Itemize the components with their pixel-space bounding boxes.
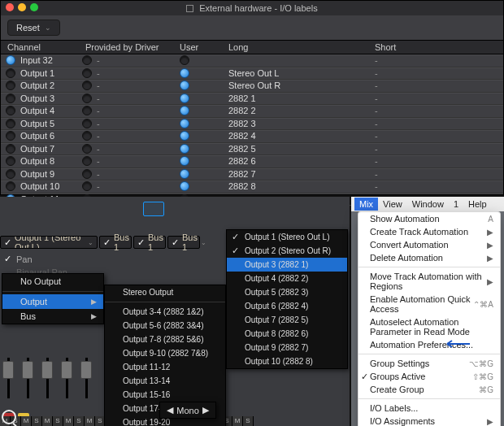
menu-item[interactable]: Move Track Automation with Regions▶ xyxy=(358,270,500,293)
reset-dropdown[interactable]: Reset ⌄ xyxy=(7,20,60,36)
table-row[interactable]: Output 8-2882 6- xyxy=(1,155,503,168)
pan-toggle[interactable]: ✓Pan xyxy=(3,254,67,264)
menubar-item[interactable]: Mix xyxy=(354,198,378,211)
output-slot[interactable]: ✓Bus 1⌄ xyxy=(99,236,132,249)
radio-channel[interactable] xyxy=(6,119,15,128)
radio-user[interactable] xyxy=(180,181,189,191)
magnify-icon[interactable] xyxy=(2,410,16,424)
radio-channel[interactable] xyxy=(6,144,15,154)
radio-driver[interactable] xyxy=(82,55,92,65)
menu-item[interactable]: Enable Automation Quick Access⌃⌘A xyxy=(358,293,500,315)
menu-item[interactable]: ✓Output 1 (Stereo Out L) xyxy=(227,230,347,244)
radio-channel[interactable] xyxy=(6,80,15,90)
menu-item[interactable]: ✓Output 2 (Stereo Out R) xyxy=(227,244,347,258)
close-icon[interactable] xyxy=(6,3,14,11)
radio-driver[interactable] xyxy=(82,80,92,90)
mute-solo-pair[interactable]: MS xyxy=(63,416,85,426)
menu-item[interactable]: Output 3-4 (2882 1&2) xyxy=(105,305,225,319)
radio-channel[interactable] xyxy=(6,68,15,78)
menu-item[interactable]: Delete Automation▶ xyxy=(358,251,500,264)
channel-fader[interactable] xyxy=(0,354,16,411)
menu-item[interactable]: Output 8 (2882 6) xyxy=(227,327,347,341)
table-row[interactable]: Input 32-- xyxy=(1,54,503,67)
menu-item[interactable]: Output 5-6 (2882 3&4) xyxy=(105,319,225,333)
menu-item[interactable]: Output 7-8 (2882 5&6) xyxy=(105,333,225,346)
menu-item[interactable]: Output 4 (2882 2) xyxy=(227,272,347,285)
menu-item[interactable]: I/O Labels... xyxy=(358,402,500,415)
radio-user[interactable] xyxy=(180,93,189,103)
radio-driver[interactable] xyxy=(82,93,92,103)
menu-output[interactable]: Output▶ xyxy=(2,294,103,309)
menu-bus[interactable]: Bus▶ xyxy=(2,309,103,324)
radio-channel[interactable] xyxy=(6,181,15,191)
menu-item[interactable]: Stereo Output xyxy=(105,285,225,299)
menu-no-output[interactable]: No Output xyxy=(2,274,103,289)
menu-item[interactable]: Output 7 (2882 5) xyxy=(227,313,347,327)
table-row[interactable]: Output 1-Stereo Out L- xyxy=(1,67,503,80)
radio-user[interactable] xyxy=(180,131,189,141)
radio-driver[interactable] xyxy=(82,106,92,115)
radio-channel[interactable] xyxy=(6,106,15,115)
menu-item[interactable]: Output 13-14 xyxy=(105,374,225,388)
channel-fader[interactable] xyxy=(59,354,75,411)
radio-driver[interactable] xyxy=(82,169,92,179)
menu-item[interactable]: Show AutomationA xyxy=(358,212,500,225)
table-row[interactable]: Output 3-2882 1- xyxy=(1,93,503,106)
channel-fader[interactable] xyxy=(39,354,55,411)
output-slot[interactable]: ✓Bus 1⌄ xyxy=(167,236,200,249)
table-row[interactable]: Output 6-2882 4- xyxy=(1,130,503,143)
menu-item[interactable]: Autoselect Automation Parameter in Read … xyxy=(358,315,500,338)
radio-driver[interactable] xyxy=(82,181,92,191)
radio-user[interactable] xyxy=(180,55,189,65)
radio-driver[interactable] xyxy=(82,144,92,154)
minimize-icon[interactable] xyxy=(18,3,26,11)
radio-driver[interactable] xyxy=(82,131,92,141)
radio-user[interactable] xyxy=(180,106,189,115)
menu-item[interactable]: Convert Automation▶ xyxy=(358,238,500,251)
menubar-item[interactable]: Help xyxy=(463,198,492,211)
menu-item[interactable]: I/O Assignments▶ xyxy=(358,415,500,426)
output-slot[interactable]: ✓Bus 1⌄ xyxy=(133,236,166,249)
table-row[interactable]: Output 9-2882 7- xyxy=(1,168,503,181)
menu-item[interactable]: Create Track Automation▶ xyxy=(358,225,500,238)
radio-channel[interactable] xyxy=(6,169,15,179)
menubar-item[interactable]: 1 xyxy=(449,198,463,211)
maximize-icon[interactable] xyxy=(30,3,38,11)
menu-item[interactable]: ✓Groups Active⇧⌘G xyxy=(358,370,500,383)
radio-channel[interactable] xyxy=(6,156,15,166)
menu-item[interactable]: Output 9 (2882 7) xyxy=(227,341,347,354)
radio-driver[interactable] xyxy=(82,68,92,78)
menu-item[interactable]: Output 15-16 xyxy=(105,388,225,402)
mute-solo-pair[interactable]: MS xyxy=(42,416,63,426)
table-row[interactable]: Output 5-2882 3- xyxy=(1,118,503,131)
radio-driver[interactable] xyxy=(82,156,92,166)
radio-user[interactable] xyxy=(180,80,189,90)
menubar-item[interactable]: Window xyxy=(407,198,449,211)
mute-solo-pair[interactable]: MS xyxy=(232,416,254,426)
menu-item[interactable]: Output 6 (2882 4) xyxy=(227,299,347,313)
menubar-item[interactable]: View xyxy=(378,198,407,211)
radio-user[interactable] xyxy=(180,156,189,166)
mute-solo-pair[interactable]: MS xyxy=(21,416,42,426)
menu-item[interactable]: Create Group⌘G xyxy=(358,383,500,396)
menu-item[interactable]: Output 3 (2882 1) xyxy=(227,258,347,272)
menu-item[interactable]: Output 5 (2882 3) xyxy=(227,285,347,299)
radio-channel[interactable] xyxy=(6,131,15,141)
radio-driver[interactable] xyxy=(82,119,92,128)
menu-item[interactable]: Output 9-10 (2882 7&8) xyxy=(105,346,225,360)
menu-item[interactable]: Output 11-12 xyxy=(105,360,225,374)
menu-item[interactable]: Group Settings⌥⌘G xyxy=(358,357,500,370)
table-row[interactable]: Output 4-2882 2- xyxy=(1,105,503,118)
radio-user[interactable] xyxy=(180,119,189,128)
channel-fader[interactable] xyxy=(78,354,94,411)
radio-user[interactable] xyxy=(180,144,189,154)
channel-fader[interactable] xyxy=(20,354,36,411)
table-row[interactable]: Output 7-2882 5- xyxy=(1,143,503,156)
radio-user[interactable] xyxy=(180,68,189,78)
table-row[interactable]: Output 10-2882 8- xyxy=(1,180,503,193)
menu-item[interactable]: Output 10 (2882 8) xyxy=(227,354,347,368)
menu-mono[interactable]: ◀ Mono ▶ xyxy=(159,402,216,419)
output-slot[interactable]: ✓Output 1 (Stereo Out L)⌄ xyxy=(0,236,98,249)
menu-item[interactable]: Automation Preferences... xyxy=(358,338,500,351)
radio-channel[interactable] xyxy=(6,55,15,65)
